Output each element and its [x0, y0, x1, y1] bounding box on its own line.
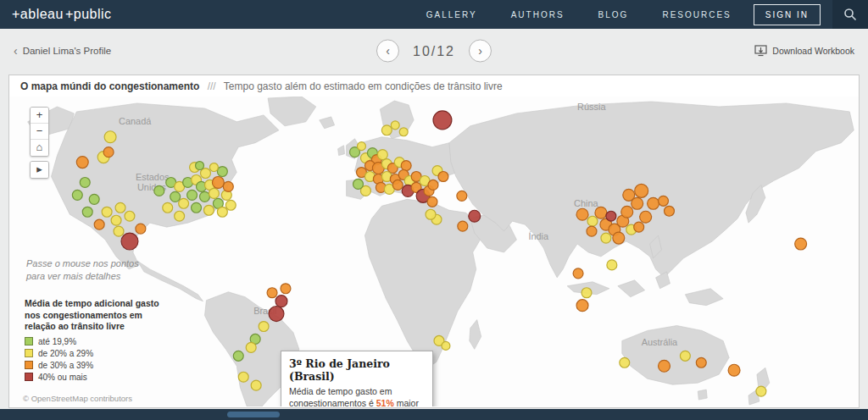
city-marker[interactable]: [640, 211, 652, 223]
search-button[interactable]: [832, 0, 868, 29]
city-marker[interactable]: [595, 207, 607, 218]
next-page-button[interactable]: ›: [469, 40, 492, 63]
city-marker[interactable]: [601, 233, 611, 243]
zoom-out-button[interactable]: −: [31, 124, 48, 140]
city-marker[interactable]: [89, 194, 99, 204]
city-marker[interactable]: [426, 209, 436, 219]
city-marker[interactable]: [76, 157, 88, 169]
city-marker[interactable]: [209, 188, 219, 198]
world-map[interactable]: CanadáEstadosUnidosRússiaChinaÍndiaBrasi…: [9, 97, 859, 406]
city-marker[interactable]: [581, 288, 592, 298]
city-marker[interactable]: [203, 205, 214, 215]
city-marker[interactable]: [111, 215, 121, 225]
city-marker[interactable]: [438, 172, 448, 182]
city-marker[interactable]: [259, 322, 269, 332]
city-marker[interactable]: [163, 202, 173, 213]
city-marker[interactable]: [469, 210, 481, 222]
city-marker[interactable]: [275, 296, 287, 307]
city-marker[interactable]: [233, 351, 243, 361]
city-marker[interactable]: [246, 342, 256, 352]
nav-item-authors[interactable]: AUTHORS: [511, 10, 565, 19]
city-marker[interactable]: [179, 198, 189, 208]
city-marker[interactable]: [103, 147, 114, 158]
city-marker[interactable]: [399, 128, 408, 136]
city-marker[interactable]: [223, 181, 233, 191]
city-marker[interactable]: [80, 177, 90, 187]
tableau-public-logo[interactable]: +ableau +public: [12, 7, 112, 22]
download-workbook-link[interactable]: Download Workbook: [754, 45, 854, 57]
city-marker[interactable]: [267, 288, 277, 298]
city-marker[interactable]: [102, 207, 112, 217]
city-marker[interactable]: [665, 206, 675, 216]
zoom-home-button[interactable]: ⌂: [31, 140, 48, 156]
city-marker[interactable]: [795, 238, 807, 250]
nav-item-resources[interactable]: RESOURCES: [662, 10, 731, 19]
city-marker[interactable]: [377, 150, 387, 160]
city-marker[interactable]: [659, 196, 669, 206]
city-marker[interactable]: [457, 191, 467, 201]
city-marker[interactable]: [154, 185, 164, 196]
pan-arrow-button[interactable]: ▸: [31, 162, 48, 178]
back-to-profile-link[interactable]: ‹ Daniel Lima's Profile: [14, 44, 111, 58]
city-marker[interactable]: [170, 191, 181, 202]
city-marker[interactable]: [225, 200, 236, 210]
city-marker[interactable]: [458, 221, 468, 231]
city-marker[interactable]: [136, 224, 146, 234]
city-marker[interactable]: [442, 341, 450, 350]
city-marker[interactable]: [696, 357, 706, 368]
city-marker[interactable]: [238, 372, 248, 382]
city-marker[interactable]: [573, 268, 583, 279]
city-marker[interactable]: [269, 307, 284, 322]
city-marker[interactable]: [427, 196, 437, 207]
city-marker[interactable]: [606, 211, 616, 221]
city-marker[interactable]: [613, 232, 625, 244]
city-marker[interactable]: [659, 360, 670, 372]
city-marker[interactable]: [82, 207, 92, 217]
city-marker[interactable]: [428, 180, 438, 190]
city-marker[interactable]: [648, 197, 659, 209]
city-marker[interactable]: [632, 197, 643, 209]
city-marker[interactable]: [576, 208, 588, 220]
city-marker[interactable]: [209, 163, 218, 172]
city-marker[interactable]: [104, 131, 116, 143]
city-marker[interactable]: [401, 161, 411, 171]
city-marker[interactable]: [433, 111, 452, 130]
city-marker[interactable]: [392, 180, 403, 190]
city-marker[interactable]: [217, 167, 227, 177]
city-marker[interactable]: [196, 162, 204, 170]
city-marker[interactable]: [72, 190, 82, 200]
city-marker[interactable]: [587, 216, 598, 226]
nav-item-gallery[interactable]: GALLERY: [426, 10, 477, 19]
city-marker[interactable]: [125, 211, 135, 221]
city-marker[interactable]: [357, 142, 365, 151]
city-marker[interactable]: [192, 202, 202, 213]
city-marker[interactable]: [121, 233, 138, 250]
zoom-in-button[interactable]: +: [31, 108, 48, 124]
city-marker[interactable]: [620, 357, 630, 368]
city-marker[interactable]: [353, 179, 364, 189]
city-marker[interactable]: [680, 351, 690, 361]
city-marker[interactable]: [187, 190, 198, 200]
city-marker[interactable]: [281, 284, 291, 294]
city-marker[interactable]: [114, 226, 124, 236]
prev-page-button[interactable]: ‹: [376, 40, 399, 63]
city-marker[interactable]: [391, 121, 399, 130]
city-marker[interactable]: [381, 125, 392, 135]
city-marker[interactable]: [576, 300, 588, 312]
city-marker[interactable]: [251, 380, 261, 390]
city-marker[interactable]: [728, 364, 740, 376]
sign-in-button[interactable]: SIGN IN: [754, 4, 821, 25]
city-marker[interactable]: [607, 260, 617, 270]
city-marker[interactable]: [756, 386, 766, 396]
city-marker[interactable]: [621, 206, 633, 218]
nav-item-blog[interactable]: BLOG: [598, 10, 629, 19]
city-marker[interactable]: [587, 226, 597, 236]
city-marker[interactable]: [175, 211, 185, 221]
city-marker[interactable]: [217, 207, 227, 217]
city-marker[interactable]: [635, 184, 648, 197]
city-marker[interactable]: [200, 191, 210, 202]
city-marker[interactable]: [115, 202, 125, 213]
city-marker[interactable]: [94, 219, 104, 229]
city-marker[interactable]: [634, 222, 644, 232]
city-marker[interactable]: [212, 176, 224, 188]
